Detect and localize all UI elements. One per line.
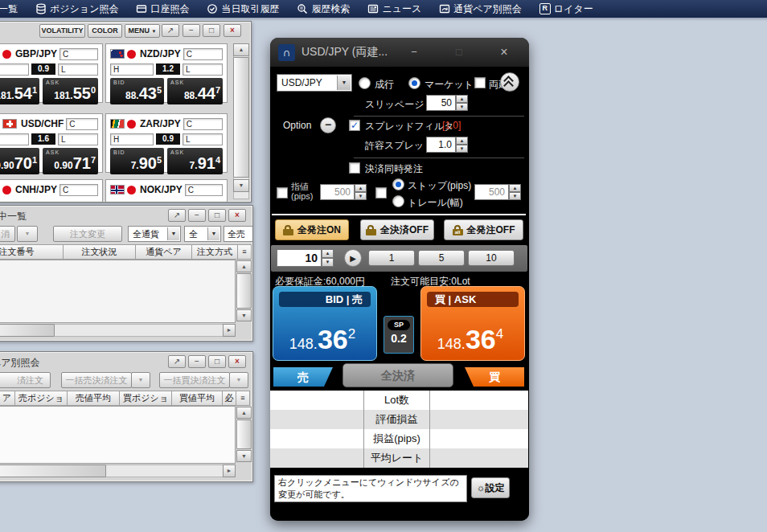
bulk-buy-dropdown[interactable]: ▼ [229,372,248,388]
column-settings-icon[interactable]: ≡ [237,244,252,260]
menu-item-reuters[interactable]: R ロイター [539,2,593,16]
maximize-button[interactable]: □ [203,24,220,37]
close-button[interactable]: × [224,24,241,37]
sell-tab[interactable]: 売 [273,367,333,387]
low-field[interactable]: L [183,63,223,76]
dialog-title-bar[interactable]: ∩ USD/JPY (両建... [270,38,529,67]
header-sell-position[interactable]: 売ポジション [14,391,68,406]
bid-price-button[interactable]: BID88.435 [110,78,164,104]
header-sell-average[interactable]: 売値平均 [67,391,120,406]
lot-preset-10[interactable]: 10 [468,250,515,266]
stop-input[interactable]: 500 [474,184,509,200]
dialog-minimize-button[interactable]: − [405,44,423,60]
pair-select[interactable]: USD/JPY▼ [277,74,352,92]
scroll-right-button[interactable]: ► [223,464,236,477]
menu-item-history-search[interactable]: 履歴検索 [297,2,350,16]
scroll-up-button[interactable]: ▲ [236,407,252,419]
h-scroll-thumb[interactable] [0,464,106,477]
hedge-checkbox[interactable] [474,77,486,88]
close-all-button[interactable]: 全決済 [342,363,453,387]
lot-input[interactable]: 10 [277,249,322,267]
volatility-button[interactable]: VOLATILITY [39,24,85,38]
play-button[interactable]: ▶ [344,249,362,267]
allow-spread-stepper[interactable]: ▲▼ [456,137,468,153]
ask-price-button[interactable]: ASK88.447 [167,78,223,104]
dialog-close-button[interactable]: × [495,44,513,60]
c-field[interactable]: C [183,118,223,130]
stop-radio[interactable] [392,178,404,190]
minimize-button[interactable]: − [188,355,206,368]
allow-spread-input[interactable]: 1.0 [426,137,456,153]
scroll-down-button[interactable]: ▼ [236,309,252,321]
bid-price-button[interactable]: BID7.905 [110,148,164,174]
header-pair[interactable]: ア [0,391,15,406]
menu-item-today-history[interactable]: 当日取引履歴 [207,2,279,16]
ask-price-button[interactable]: ASK7.914 [167,148,223,174]
high-field[interactable]: H [0,63,29,76]
lot-preset-1[interactable]: 1 [368,250,415,266]
menu-item-account[interactable]: 口座照会 [136,2,189,16]
slippage-input[interactable]: 50 [426,95,456,111]
header-order-number[interactable]: 注文番号 [0,244,64,260]
menu-item-pair-inquiry[interactable]: 通貨ペア別照会 [439,2,522,16]
low-field[interactable]: L [58,63,98,76]
ask-price-button[interactable]: ASK181.550 [43,78,98,104]
header-buy-average[interactable]: 買値平均 [171,391,223,406]
menu-dropdown-button[interactable]: MENU ▼ [125,24,160,38]
trail-radio[interactable] [392,195,404,207]
c-field[interactable]: C [66,118,98,130]
spread-filter-checkbox[interactable]: ✓ [349,120,360,131]
close-order-button[interactable]: 済注文 [0,372,51,388]
scroll-down-button[interactable]: ▼ [233,179,249,192]
minimize-button[interactable]: − [188,209,206,222]
header-buy-position[interactable]: 買ポジション [119,391,172,406]
high-field[interactable]: H [110,133,154,145]
high-field[interactable]: H [110,63,154,76]
change-order-button[interactable]: 注文変更 [53,226,122,242]
cancel-order-button[interactable]: 消 [0,226,15,242]
scroll-up-button[interactable]: ▲ [233,43,249,56]
buy-tab[interactable]: 買 [465,367,524,387]
header-order-method[interactable]: 注文方式 [191,244,238,260]
settings-button[interactable]: ☼設定 [471,477,510,498]
buy-ask-button[interactable]: 買 | ASK 148.364 [420,286,525,361]
bulk-sell-dropdown[interactable]: ▼ [131,372,150,388]
simul-close-checkbox[interactable] [349,162,360,174]
option-collapse-button[interactable]: − [320,117,336,133]
menu-item-news[interactable]: ニュース [367,2,421,16]
limit-stepper[interactable]: ▲▼ [355,184,367,200]
lot-stepper[interactable]: ▲▼ [322,249,334,267]
menu-item-list[interactable]: 一覧 [0,2,18,16]
scroll-right-button[interactable]: ► [223,324,236,337]
maximize-button[interactable]: □ [208,355,226,368]
header-currency-pair[interactable]: 通貨ペア [135,244,192,260]
market-order-radio[interactable] [359,77,371,89]
cancel-dropdown-button[interactable]: ▼ [17,226,38,242]
stop-stepper[interactable]: ▲▼ [509,184,521,200]
sell-bid-button[interactable]: BID | 売 148.362 [273,286,377,361]
low-field[interactable]: L [183,133,223,145]
collapse-button[interactable] [500,72,519,92]
high-field[interactable]: H [0,133,29,145]
lot-preset-5[interactable]: 5 [418,250,465,266]
side-filter-select[interactable]: 全売買 [224,226,253,242]
menu-item-positions[interactable]: ポジション照会 [35,2,118,16]
h-scroll-thumb[interactable] [0,324,55,337]
all-close-off-button[interactable]: 全決済OFF [360,219,434,240]
popout-button[interactable]: ↗ [162,24,179,37]
c-field[interactable]: C [59,184,98,196]
category-filter-select[interactable]: 全区分▼ [184,226,221,242]
close-button[interactable]: × [228,355,246,368]
scroll-up-button[interactable]: ▲ [236,260,252,272]
market-type-radio[interactable] [408,77,420,89]
maximize-button[interactable]: □ [208,209,226,222]
column-settings-icon[interactable]: ≡ [236,391,250,406]
c-field[interactable]: C [183,48,223,60]
slippage-stepper[interactable]: ▲▼ [456,95,468,111]
header-order-status[interactable]: 注文状況 [63,244,136,260]
scroll-thumb[interactable] [236,273,252,309]
bid-price-button[interactable]: BID0.90701 [0,148,39,174]
popout-button[interactable]: ↗ [168,209,186,222]
all-order-off-button[interactable]: all 全発注OFF [444,219,523,240]
header-margin[interactable]: 必 [222,391,236,406]
